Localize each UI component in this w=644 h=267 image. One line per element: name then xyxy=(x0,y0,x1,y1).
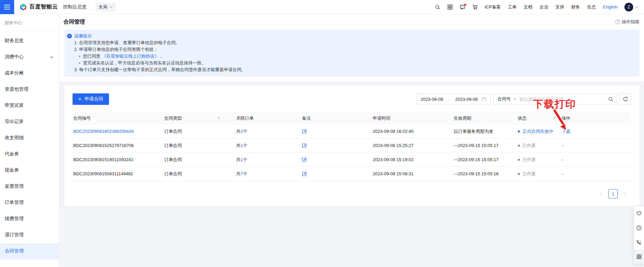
effective-period: -~2023-09-15 15:05:16 xyxy=(453,171,517,176)
apply-time: 2023-09-08 16:02:40 xyxy=(372,129,453,134)
col-contract-id: 合同编号 xyxy=(73,115,164,121)
date-start[interactable]: 2023-06-08 xyxy=(421,97,443,102)
nav-finance[interactable]: 财务 xyxy=(571,4,580,10)
apply-contract-button[interactable]: + 申请合同 xyxy=(73,93,109,105)
date-end[interactable]: 2023-09-08 xyxy=(455,97,478,102)
sidebar: 财务中心 财务总览 消费中心 成本分摊 资源包管理 带宽试算 导出记录 收支明细… xyxy=(0,14,59,267)
account-menu[interactable]: Z xyxy=(624,3,639,11)
sidebar-item-bandwidth-trial[interactable]: 带宽试算 xyxy=(0,97,59,114)
chevron-down-icon xyxy=(50,55,54,59)
nav-support[interactable]: 支持 xyxy=(555,4,564,10)
console-overview-link[interactable]: 控制台总览 xyxy=(63,4,87,10)
console-grid-icon[interactable] xyxy=(447,4,453,10)
tips-banner: i 温馨提示 1. 合同管理支持您申请、查看带订单信息的电子合同。 2. 申请带… xyxy=(64,30,639,77)
remark-edit-icon[interactable] xyxy=(302,129,372,134)
page-number[interactable]: 1 xyxy=(608,189,618,199)
nav-ecosystem[interactable]: 生态 xyxy=(587,4,596,10)
sidebar-section-title: 财务中心 xyxy=(0,14,59,33)
sidebar-item-cost-allocation[interactable]: 成本分摊 xyxy=(0,65,59,81)
sidebar-item-export-records[interactable]: 导出记录 xyxy=(0,114,59,130)
status-badge: 已作废 xyxy=(518,171,536,177)
sidebar-item-invoice-management[interactable]: 发票管理 xyxy=(0,178,59,195)
contract-card: + 申请合同 2023-06-08 → 2023-09-08 合同号 xyxy=(64,85,639,206)
sidebar-item-consumption-center[interactable]: 消费中心 xyxy=(0,49,59,65)
contract-id: BDC202309081508311149482 xyxy=(73,171,164,176)
remark-edit-icon[interactable] xyxy=(302,143,372,148)
status-badge: 正式合同生效中 xyxy=(518,128,553,135)
date-range-picker[interactable]: 2023-06-08 → 2023-09-08 xyxy=(417,94,491,105)
phone-contact-icon[interactable] xyxy=(634,235,644,249)
chevron-down-icon xyxy=(635,5,639,9)
filter-funnel-icon[interactable] xyxy=(552,116,556,120)
tips-title: 温馨提示 xyxy=(74,33,92,39)
avatar[interactable]: Z xyxy=(624,3,633,11)
help-question-icon[interactable]: ? xyxy=(634,221,644,235)
logo-icon xyxy=(20,3,27,11)
apply-time: 2023-09-08 15:19:02 xyxy=(372,157,453,162)
tips-line-3: 3. 每个订单只支持创建一次带电子章的正式合同，草稿合同需作废后才能重新申请合同… xyxy=(67,66,634,73)
status-badge: 已作废 xyxy=(518,157,536,163)
col-apply-time: 申请时间 xyxy=(372,115,453,121)
cart-icon[interactable] xyxy=(472,4,478,10)
sidebar-item-order-management[interactable]: 订单管理 xyxy=(0,195,59,211)
contract-id-link[interactable]: BDC202309081602398205434 xyxy=(73,129,134,134)
related-orders: 共1个 xyxy=(235,143,301,149)
related-orders: 共7个 xyxy=(235,171,301,177)
favorite-heart-icon[interactable] xyxy=(634,206,644,220)
contract-type: 订单合同 xyxy=(164,128,235,135)
sidebar-item-resource-packages[interactable]: 资源包管理 xyxy=(0,81,59,97)
remark-edit-icon[interactable] xyxy=(302,157,372,162)
search-field-select[interactable]: 合同号 xyxy=(494,96,520,102)
col-remark: 备注 xyxy=(301,115,372,121)
table-row: BDC202309081525279716706 订单合同 共1个 2023-0… xyxy=(73,139,631,153)
next-page-button[interactable] xyxy=(620,189,630,199)
search-input[interactable] xyxy=(520,97,605,102)
col-effective-period: 生效周期 xyxy=(453,115,517,121)
page-title: 合同管理 xyxy=(63,19,85,26)
plus-icon: + xyxy=(78,96,81,102)
floating-toolbar: ? xyxy=(634,206,644,264)
search-icon[interactable] xyxy=(435,4,440,10)
sidebar-item-contract-management[interactable]: 合同管理 xyxy=(0,243,59,259)
search-button[interactable] xyxy=(605,94,617,104)
svg-text:?: ? xyxy=(638,226,640,230)
nav-tickets[interactable]: 工单 xyxy=(508,4,516,10)
sidebar-item-renewal-management[interactable]: 续费管理 xyxy=(0,211,59,227)
sidebar-item-unsubscribe-management[interactable]: 退订管理 xyxy=(0,227,59,243)
question-circle-icon: ? xyxy=(615,20,620,24)
hamburger-menu-button[interactable] xyxy=(0,0,14,14)
filter-funnel-icon[interactable] xyxy=(217,116,221,120)
apply-time: 2023-09-08 15:08:31 xyxy=(372,171,453,176)
purchase-agreement-link[interactable]: 《百度智能云线上订购协议》 xyxy=(102,54,159,59)
remark-edit-icon[interactable] xyxy=(302,171,372,176)
action-dash: - xyxy=(561,171,631,176)
sidebar-item-vouchers[interactable]: 代金券 xyxy=(0,146,59,162)
effective-period: -~2023-09-15 15:05:17 xyxy=(453,157,517,162)
message-icon[interactable] xyxy=(460,4,465,10)
sidebar-item-cash-coupons[interactable]: 现金券 xyxy=(0,162,59,178)
baidu-cloud-logo[interactable]: 百度智能云 xyxy=(20,3,58,11)
more-tools-grid-icon[interactable] xyxy=(634,249,644,264)
range-arrow-icon: → xyxy=(447,97,451,101)
download-link[interactable]: 下载 xyxy=(562,129,570,134)
contract-id: BDC202309081525279716706 xyxy=(73,143,164,148)
sidebar-item-income-expense[interactable]: 收支明细 xyxy=(0,130,59,146)
table-row: BDC202309081519011093241 订单合同 共1个 2023-0… xyxy=(73,153,631,167)
related-orders: 共2个 xyxy=(235,128,301,135)
col-action: 操作 xyxy=(561,115,631,121)
nav-icp[interactable]: ICP备案 xyxy=(485,4,501,10)
sidebar-item-finance-overview[interactable]: 财务总览 xyxy=(0,33,59,49)
language-switch[interactable]: English xyxy=(603,4,617,9)
refresh-button[interactable] xyxy=(620,93,631,105)
notification-badge xyxy=(464,4,466,6)
chevron-down-icon xyxy=(109,5,113,9)
col-related-orders: 关联订单 xyxy=(235,115,301,121)
prev-page-button[interactable] xyxy=(596,189,606,199)
tips-line-1: 1. 合同管理支持您申请、查看带订单信息的电子合同。 xyxy=(67,39,634,46)
region-selector[interactable]: 全局 xyxy=(95,3,116,11)
operation-guide-link[interactable]: ? 操作指南 xyxy=(615,19,639,25)
contract-search-group: 合同号 xyxy=(493,94,617,105)
table-row: BDC202309081508311149482 订单合同 共7个 2023-0… xyxy=(73,167,631,181)
nav-enterprise[interactable]: 企业 xyxy=(539,4,548,10)
nav-docs[interactable]: 文档 xyxy=(524,4,532,10)
